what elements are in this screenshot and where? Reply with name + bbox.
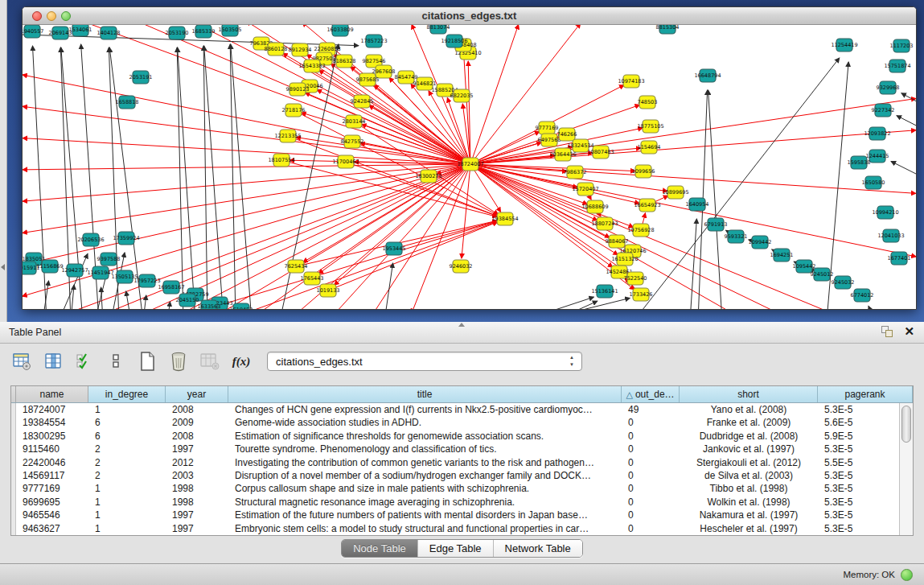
table-row[interactable]: 977716911998Corpus callosum shape and si…	[11, 482, 913, 495]
column-header-in_degree[interactable]: in_degree	[88, 386, 166, 402]
graph-node-6774012[interactable]: 6774012	[851, 289, 874, 302]
graph-node-15751874[interactable]: 15751874	[884, 60, 910, 72]
graph-node-18775105[interactable]: 18775105	[637, 120, 663, 133]
graph-node-1640954[interactable]: 1640954	[686, 198, 709, 211]
graph-node-6822035[interactable]: 6822035	[450, 89, 474, 102]
tab-edge-table[interactable]: Edge Table	[418, 540, 494, 557]
delete-table-icon[interactable]	[168, 351, 189, 372]
graph-node-12213355[interactable]: 12213355	[274, 130, 301, 142]
graph-node-20206536[interactable]: 20206536	[77, 233, 104, 246]
graph-node-12041033[interactable]: 12041033	[877, 229, 904, 242]
graph-node-2045150[interactable]: 2045150	[176, 294, 199, 307]
table-row[interactable]: 2242004622012Investigating the contribut…	[11, 456, 913, 469]
tab-node-table[interactable]: Node Table	[342, 540, 418, 557]
graph-node-11254419[interactable]: 11254419	[831, 39, 857, 51]
column-header-year[interactable]: year	[166, 386, 228, 402]
network-view-window[interactable]: citations_edges.txt 79638228860128891293…	[22, 6, 917, 310]
graph-node-7625434[interactable]: 7625434	[285, 260, 308, 273]
table-settings-icon[interactable]	[11, 351, 32, 372]
table-row[interactable]: 1872400712008Changes of HCN gene express…	[11, 403, 913, 416]
graph-node-7522540[interactable]: 7522540	[624, 272, 647, 285]
table-row[interactable]: 1456911722003Disruption of a novel membe…	[11, 469, 913, 482]
graph-node-746266[interactable]: 746266	[557, 128, 577, 141]
table-row[interactable]: 946554611997Estimation of the future num…	[11, 509, 913, 521]
float-panel-icon[interactable]	[881, 326, 893, 337]
graph-node-17857223[interactable]: 17857223	[360, 35, 387, 47]
graph-node-8815304[interactable]: 8815304	[656, 25, 680, 34]
column-header-pagerank[interactable]: pagerank	[818, 386, 913, 402]
graph-node-2803144[interactable]: 2803144	[343, 115, 366, 128]
graph-node-18107554[interactable]: 18107554	[268, 154, 294, 167]
column-header-out_de…[interactable]: △out_de…	[622, 386, 680, 402]
graph-node-1677401[interactable]: 1677401	[888, 252, 911, 265]
panel-collapse-arrow-icon[interactable]	[1, 264, 5, 270]
column-header-short[interactable]: short	[680, 386, 818, 402]
graph-node-1694251[interactable]: 1694251	[770, 249, 794, 262]
graph-node-11451947[interactable]: 11451947	[87, 266, 113, 279]
table-row[interactable]: 969969511998Structural magnetic resonanc…	[11, 496, 913, 509]
table-selector-combobox[interactable]: citations_edges.txt ▲▼	[267, 352, 582, 371]
splitter-grip-icon[interactable]	[458, 323, 465, 327]
column-header-title[interactable]: title	[228, 386, 622, 402]
graph-node-1940557[interactable]: 1940557	[23, 25, 43, 38]
graph-node-1019133[interactable]: 1019133	[317, 284, 340, 297]
graph-node-1595838[interactable]: 1595838	[848, 156, 871, 169]
graph-node-1534061[interactable]: 1534061	[69, 25, 92, 36]
graph-node-9890123[interactable]: 9890123	[286, 83, 310, 96]
graph-node-1685319[interactable]: 1685319	[192, 25, 216, 38]
close-panel-icon[interactable]: ✕	[904, 326, 914, 337]
graph-node-9245032[interactable]: 9245032	[832, 276, 855, 289]
graph-node-6791913[interactable]: 6791913	[704, 218, 728, 231]
graph-node-1099656[interactable]: 1099656	[632, 165, 655, 178]
graph-node-1733426[interactable]: 1733426	[630, 288, 653, 301]
network-window-titlebar[interactable]: citations_edges.txt	[23, 7, 916, 25]
graph-node-9245012[interactable]: 9245012	[811, 268, 834, 281]
graph-node-9397588[interactable]: 9397588	[97, 253, 121, 266]
graph-node-1619453[interactable]: 1619453	[230, 303, 253, 309]
graph-node-9593321[interactable]: 9593321	[725, 230, 748, 243]
graph-node-1154694[interactable]: 1154694	[638, 141, 661, 154]
graph-node-8912934[interactable]: 8912934	[289, 43, 312, 56]
graph-node-1658818[interactable]: 1658818	[116, 96, 139, 109]
graph-node-8813074[interactable]: 8813074	[427, 25, 450, 34]
new-table-icon[interactable]	[137, 351, 158, 372]
graph-node-2053191[interactable]: 2053191	[129, 71, 153, 84]
graph-node-1099442[interactable]: 1099442	[749, 236, 772, 249]
table-panel-header[interactable]: Table Panel ✕	[0, 322, 924, 344]
graph-node-1953445[interactable]: 1953445	[383, 242, 406, 255]
graph-node-1404128[interactable]: 1404128	[97, 27, 121, 39]
graph-node-1765443[interactable]: 1765443	[301, 272, 324, 285]
graph-node-2718176[interactable]: 2718176	[282, 104, 306, 117]
table-row[interactable]: 1830029562008Estimation of significance …	[11, 430, 913, 443]
graph-node-8427552[interactable]: 8427552	[341, 135, 364, 148]
row-checklist-icon[interactable]	[74, 351, 95, 372]
vertical-scrollbar[interactable]	[899, 403, 913, 535]
graph-node-9329968[interactable]: 9329968	[877, 81, 900, 94]
graph-node-16033809[interactable]: 16033809	[326, 25, 353, 36]
scrollbar-thumb[interactable]	[901, 406, 911, 443]
graph-node-17359924[interactable]: 17359924	[113, 232, 139, 245]
graph-node-12093822[interactable]: 12093822	[864, 127, 890, 140]
graph-node-1503505[interactable]: 1503505	[219, 25, 242, 36]
graph-node-9777169[interactable]: 9777169	[536, 122, 559, 134]
network-canvas[interactable]: 7963822886012889129342226085898275051654…	[23, 25, 916, 309]
graph-node-10994210[interactable]: 10994210	[872, 206, 898, 219]
graph-node-2053190[interactable]: 2053190	[166, 27, 189, 39]
graph-node-8186328[interactable]: 8186328	[333, 55, 356, 68]
row-height-icon[interactable]	[105, 351, 126, 372]
function-builder-icon[interactable]: f(x)	[231, 351, 252, 372]
graph-node-748503[interactable]: 748503	[638, 96, 658, 109]
graph-node-16648794[interactable]: 16648794	[694, 69, 721, 82]
graph-node-1650580[interactable]: 1650580	[862, 176, 885, 189]
table-row[interactable]: 946362711997Embryonic stem cells: a mode…	[11, 522, 913, 535]
graph-node-15720407[interactable]: 15720407	[572, 183, 598, 196]
tab-network-table[interactable]: Network Table	[494, 540, 582, 557]
table-row[interactable]: 911546021997Tourette syndrome. Phenomeno…	[11, 443, 913, 455]
graph-node-1117203[interactable]: 1117203	[890, 39, 914, 52]
graph-node-9246032[interactable]: 9246032	[450, 260, 473, 273]
column-visibility-icon[interactable]	[43, 351, 64, 372]
graph-node-7986372[interactable]: 7986372	[564, 166, 587, 179]
table-row[interactable]: 1938455462009Genome-wide association stu…	[11, 416, 913, 429]
column-header-name[interactable]: name	[16, 386, 88, 402]
graph-node-15136141[interactable]: 15136141	[591, 285, 618, 298]
